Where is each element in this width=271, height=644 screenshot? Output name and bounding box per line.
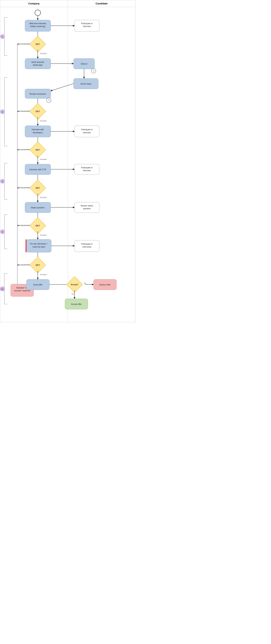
svg-text:No: No [84,282,86,284]
ok6-diamond: OK? [30,257,46,273]
svg-text:Do not proceed: Do not proceed [18,186,30,188]
svg-text:meet the team: meet the team [32,246,45,248]
svg-text:developers: developers [33,132,43,134]
accept-diamond: Accept? [67,276,83,293]
svg-text:Do not proceed: Do not proceed [18,264,30,266]
svg-text:Proceed: Proceed [40,120,47,122]
svg-text:interview: interview [83,132,91,134]
svg-text:Send offer: Send offer [33,284,43,286]
ok1-diamond: OK? [30,36,46,52]
svg-text:Participate in: Participate in [81,128,93,131]
svg-text:Do not proceed: Do not proceed [18,43,30,45]
svg-text:interviews: interviews [83,246,92,248]
svg-line-43 [51,84,74,91]
bracket-3-label: 3 [2,180,3,182]
svg-text:Do not proceed: Do not proceed [18,224,30,226]
svg-text:Accept offer: Accept offer [71,303,82,305]
svg-text:question: question [83,207,91,210]
svg-text:Proceed: Proceed [40,274,47,276]
svg-text:Interview with CTO: Interview with CTO [29,168,46,170]
svg-text:OK?: OK? [36,149,40,151]
diagram-header: Company Candidate [0,0,135,7]
svg-text:interview: interview [83,25,91,28]
svg-text:Proceed: Proceed [40,234,47,236]
svg-text:OK?: OK? [36,43,40,45]
svg-text:Participate in: Participate in [81,22,93,24]
svg-text:proceed" response: proceed" response [14,290,30,292]
ok4-diamond: OK? [30,180,46,196]
svg-text:(build app): (build app) [33,64,43,66]
svg-text:interview: interview [83,169,91,172]
svg-rect-89 [26,239,27,252]
bracket-5-label: 5≤7 [1,288,4,290]
svg-text:Solve it: Solve it [81,63,88,65]
svg-text:Welcome interview: Welcome interview [29,22,46,24]
svg-text:Review homework: Review homework [30,93,46,95]
svg-text:OK?: OK? [36,224,40,227]
svg-text:Participate in: Participate in [81,166,93,169]
svg-text:Send howeork: Send howeork [31,61,44,63]
diagram-body: 1 2 3 4 5≤7 [0,7,136,322]
svg-text:Participate in: Participate in [81,243,93,245]
diagram-container: Company Candidate 1 2 [0,0,136,322]
svg-text:OK?: OK? [36,264,40,266]
svg-text:Interview with: Interview with [32,128,44,131]
candidate-lane-header: Candidate [68,0,135,7]
svg-text:Yes: Yes [71,293,74,295]
svg-text:OK?: OK? [36,187,40,189]
company-lane-header: Company [0,0,68,7]
ok2-diamond: OK? [30,104,46,120]
svg-text:Proceed: Proceed [40,158,47,160]
ok5-diamond: OK? [30,218,46,234]
svg-text:OK?: OK? [36,110,40,112]
svg-text:Send it back: Send it back [80,83,92,85]
svg-text:Do not proceed: Do not proceed [18,148,30,150]
ok3-diamond: OK? [30,142,46,158]
svg-text:On-site interviews +: On-site interviews + [30,242,48,245]
svg-text:Do not proceed: Do not proceed [18,110,30,112]
svg-text:Proceed: Proceed [40,52,47,54]
bracket-1-label: 1 [2,36,3,38]
bracket-4-label: 4 [2,231,3,233]
svg-text:(initial screening): (initial screening) [30,25,45,28]
start-node [35,10,41,16]
svg-text:Answer salary: Answer salary [81,204,93,207]
svg-text:Decline offer: Decline offer [100,284,111,286]
svg-text:Standard "not: Standard "not [16,287,28,289]
bracket-2-label: 2 [2,111,3,113]
diagram-svg: 1 2 3 4 5≤7 [0,7,136,321]
svg-text:Proceed: Proceed [40,196,47,198]
svg-text:Salary question: Salary question [31,206,45,209]
svg-text:Accept?: Accept? [71,284,78,286]
